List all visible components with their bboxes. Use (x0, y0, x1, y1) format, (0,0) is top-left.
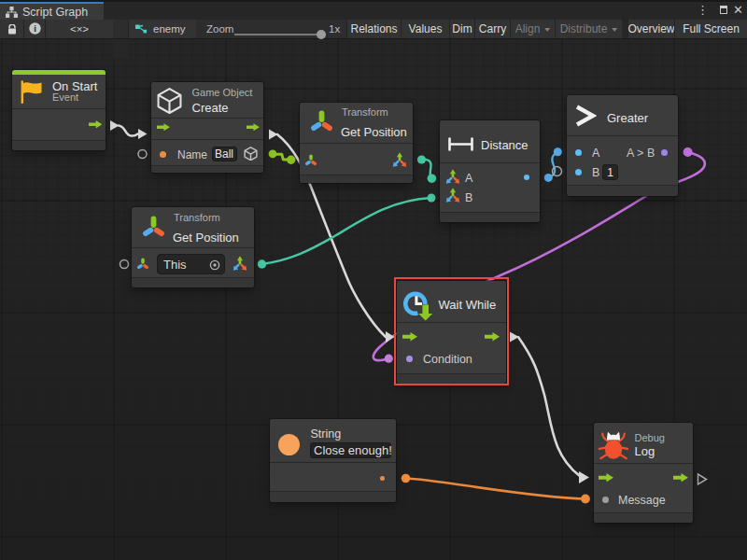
svg-text:i: i (34, 24, 36, 34)
